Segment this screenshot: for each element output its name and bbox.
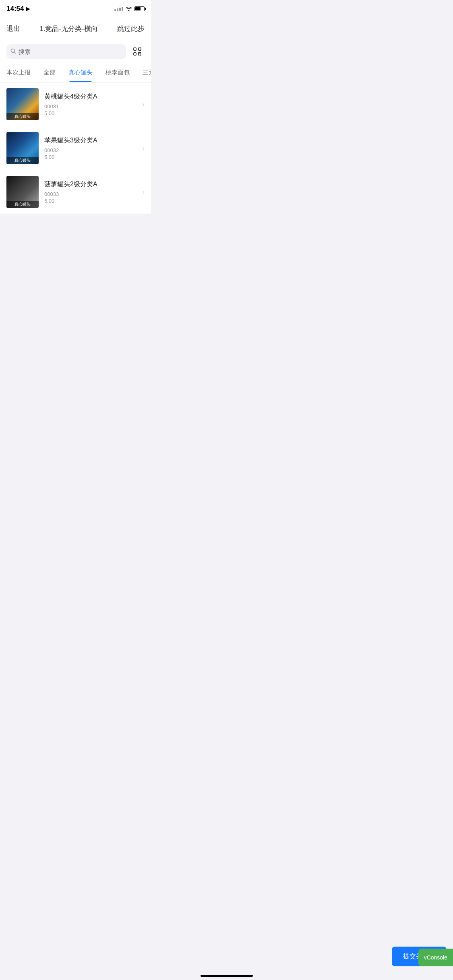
thumb-brand-label: 真心罐头 — [6, 113, 39, 120]
chevron-right-icon: › — [142, 188, 145, 196]
product-info: 菠萝罐头2级分类A 00033 5.00 — [44, 180, 142, 204]
list-item[interactable]: 真心罐头 黄桃罐头4级分类A 00031 5.00 › — [0, 82, 151, 126]
product-list: 真心罐头 黄桃罐头4级分类A 00031 5.00 › 真心罐头 苹果罐头3级分… — [0, 82, 151, 214]
list-item[interactable]: 真心罐头 苹果罐头3级分类A 00032 5.00 › — [0, 126, 151, 170]
product-code: 00031 — [44, 103, 142, 109]
chevron-right-icon: › — [142, 100, 145, 109]
product-name: 菠萝罐头2级分类A — [44, 180, 142, 189]
nav-bar: 退出 1.竞品-无分类-横向 跳过此步 — [0, 18, 151, 40]
product-info: 苹果罐头3级分类A 00032 5.00 — [44, 136, 142, 160]
tab-report[interactable]: 本次上报 — [0, 63, 37, 82]
status-icons — [114, 6, 145, 12]
product-price: 5.00 — [44, 110, 142, 116]
scan-button[interactable] — [130, 44, 145, 59]
tabs-bar: 本次上报 全部 真心罐头 桃李面包 三元股份 — [0, 63, 151, 82]
search-input-wrapper[interactable] — [6, 44, 126, 59]
search-icon — [10, 48, 16, 55]
product-thumbnail: 真心罐头 — [6, 132, 39, 164]
signal-icon — [114, 7, 123, 11]
tab-taoli[interactable]: 桃李面包 — [99, 63, 136, 82]
thumb-brand-label: 真心罐头 — [6, 157, 39, 164]
tab-zhexin[interactable]: 真心罐头 — [62, 63, 99, 82]
product-code: 00032 — [44, 147, 142, 153]
product-info: 黄桃罐头4级分类A 00031 5.00 — [44, 93, 142, 116]
battery-icon — [134, 6, 145, 11]
product-name: 苹果罐头3级分类A — [44, 136, 142, 145]
list-item[interactable]: 真心罐头 菠萝罐头2级分类A 00033 5.00 › — [0, 170, 151, 214]
search-bar — [0, 40, 151, 63]
chevron-right-icon: › — [142, 144, 145, 152]
back-button[interactable]: 退出 — [6, 24, 20, 33]
page-title: 1.竞品-无分类-横向 — [39, 24, 98, 33]
svg-rect-3 — [134, 53, 136, 55]
product-name: 黄桃罐头4级分类A — [44, 93, 142, 101]
empty-area — [0, 214, 151, 327]
product-price: 5.00 — [44, 154, 142, 160]
product-code: 00033 — [44, 191, 142, 197]
wifi-icon — [126, 6, 132, 12]
status-bar: 14:54 ▶ — [0, 0, 151, 18]
location-icon: ▶ — [26, 6, 30, 12]
thumb-brand-label: 真心罐头 — [6, 201, 39, 208]
tab-all[interactable]: 全部 — [37, 63, 62, 82]
svg-rect-1 — [134, 48, 136, 50]
product-thumbnail: 真心罐头 — [6, 176, 39, 208]
skip-button[interactable]: 跳过此步 — [117, 24, 145, 33]
status-time: 14:54 ▶ — [6, 5, 30, 13]
svg-rect-2 — [139, 48, 141, 50]
product-price: 5.00 — [44, 198, 142, 204]
product-thumbnail: 真心罐头 — [6, 88, 39, 120]
tab-sanyuan[interactable]: 三元股份 — [136, 63, 151, 82]
search-input[interactable] — [19, 48, 122, 55]
